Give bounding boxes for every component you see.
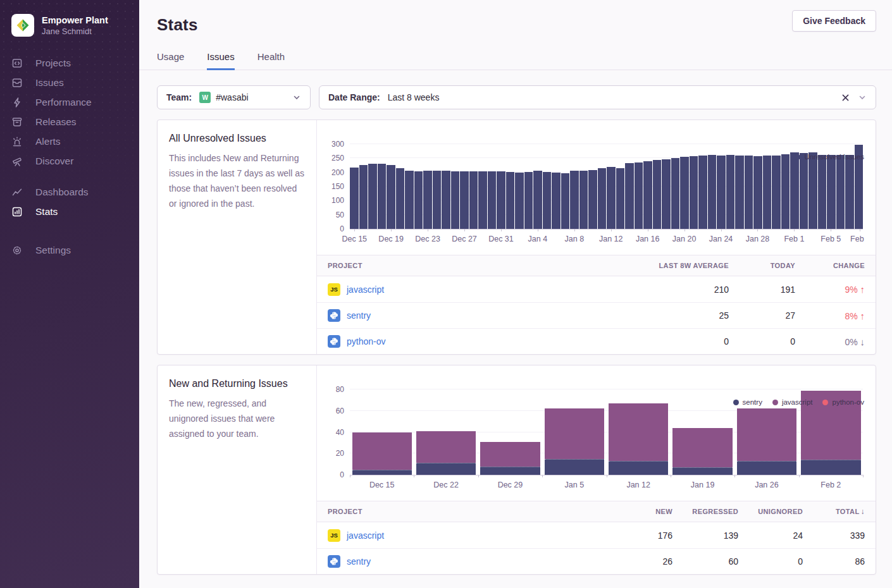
column-header-new: NEW (604, 508, 672, 515)
table-row: sentry25278% ↑ (317, 302, 876, 328)
bar (506, 172, 515, 229)
x-axis-tick (607, 475, 607, 477)
sidebar-item-settings[interactable]: Settings (0, 240, 139, 260)
project-link-python-ov[interactable]: python-ov (347, 336, 385, 346)
table-row: sentry2660086 (317, 548, 876, 574)
unresolved-issues-table: PROJECTLAST 8W AVERAGETODAYCHANGEJSjavas… (317, 255, 876, 354)
y-axis-label: 60 (323, 407, 344, 415)
legend-dot-icon (795, 154, 800, 160)
bar (625, 163, 634, 229)
sidebar-item-performance[interactable]: Performance (0, 92, 139, 112)
x-axis-tick (799, 475, 800, 477)
sidebar-item-releases[interactable]: Releases (0, 112, 139, 132)
javascript-platform-icon: JS (328, 283, 340, 296)
bar-segment-javascript (480, 442, 540, 467)
tab-usage[interactable]: Usage (157, 51, 184, 70)
bar (717, 156, 726, 229)
panel-description: This includes New and Returning issues i… (169, 150, 305, 211)
legend-item-unresolved-issues[interactable]: Unresolved Issues (795, 153, 864, 161)
arrow-up-icon: ↑ (860, 310, 865, 321)
x-axis-tick (671, 475, 671, 477)
sidebar-nav-footer: Settings (0, 240, 139, 260)
project-link-sentry[interactable]: sentry (347, 310, 371, 321)
x-axis-label: Dec 15 (342, 235, 367, 243)
sidebar-item-label: Discover (35, 156, 73, 167)
project-link-javascript[interactable]: javascript (347, 530, 384, 541)
value-cell: 176 (604, 530, 672, 541)
y-axis-label: 80 (323, 385, 344, 394)
project-link-javascript[interactable]: javascript (347, 285, 384, 295)
sidebar-item-dashboards[interactable]: Dashboards (0, 182, 139, 202)
legend-item-sentry[interactable]: sentry (733, 398, 762, 406)
bar (845, 155, 854, 229)
x-axis-tick (734, 475, 735, 477)
value-cell: 60 (672, 556, 738, 567)
bar (588, 170, 597, 229)
settings-icon (11, 245, 23, 256)
sidebar-item-stats[interactable]: Stats (0, 202, 139, 221)
bar (350, 168, 359, 229)
bar (690, 156, 698, 229)
bar (433, 171, 442, 229)
bar (598, 168, 607, 229)
bar (726, 155, 735, 229)
bar (662, 159, 671, 229)
sidebar-item-alerts[interactable]: Alerts (0, 132, 139, 151)
bar (533, 171, 542, 229)
bar (396, 168, 405, 229)
x-axis-label: Jan 5 (542, 475, 606, 493)
panel-new-returning-issues: New and Returning Issues The new, regres… (157, 365, 876, 575)
value-cell: 0 (738, 556, 803, 567)
bar (671, 158, 680, 229)
project-cell: JSjavascript (328, 283, 602, 296)
bar-group (542, 389, 606, 475)
x-axis-label: Dec 29 (478, 475, 542, 493)
python-platform-icon (328, 335, 340, 348)
bar (423, 171, 432, 229)
bar (405, 171, 414, 229)
give-feedback-button[interactable]: Give Feedback (792, 10, 876, 32)
column-header-total[interactable]: TOTAL↓ (803, 507, 865, 516)
tab-health[interactable]: Health (257, 51, 285, 70)
sidebar-item-issues[interactable]: Issues (0, 73, 139, 92)
org-switcher[interactable]: Empower Plant Jane Schmidt (0, 0, 139, 37)
bar (488, 171, 497, 229)
bar (524, 172, 533, 229)
y-axis-label: 250 (323, 154, 344, 162)
table-row: JSjavascript2101919% ↑ (317, 276, 876, 302)
date-range-value: Last 8 weeks (388, 92, 440, 102)
sidebar-item-label: Releases (35, 116, 77, 128)
bar-segment-javascript (545, 408, 604, 458)
unresolved-issues-chart: Unresolved Issues 050100150200250300 Dec… (317, 144, 876, 247)
team-selector[interactable]: Team: W #wasabi (157, 85, 311, 109)
sort-desc-icon: ↓ (861, 507, 865, 516)
bar (478, 171, 487, 229)
bar-segment-sentry (609, 461, 668, 475)
bar (378, 164, 387, 229)
change-cell: 9% ↑ (795, 284, 865, 295)
x-axis-tick (350, 475, 350, 477)
chart-legend: sentryjavascriptpython-ov (733, 398, 864, 406)
tab-issues[interactable]: Issues (207, 51, 234, 70)
sidebar-item-discover[interactable]: Discover (0, 151, 139, 171)
sidebar-item-projects[interactable]: Projects (0, 53, 139, 73)
bar-segment-javascript (737, 408, 796, 461)
project-cell: JSjavascript (328, 529, 604, 542)
legend-item-python-ov[interactable]: python-ov (822, 398, 864, 406)
unresolved-chart-plot: 050100150200250300 (350, 144, 863, 230)
x-axis-tick (478, 475, 479, 477)
legend-dot-icon (822, 400, 828, 405)
value-cell: 86 (803, 556, 865, 567)
value-cell: 27 (729, 310, 795, 321)
legend-item-javascript[interactable]: javascript (772, 398, 813, 406)
bar (607, 167, 616, 229)
clear-date-icon[interactable] (841, 93, 850, 102)
x-axis-label: Jan 4 (528, 235, 548, 243)
column-header-today: TODAY (729, 262, 795, 269)
project-link-sentry[interactable]: sentry (347, 556, 371, 567)
python-platform-icon (328, 309, 340, 322)
bar-segment-sentry (672, 467, 732, 475)
x-axis-label: Dec 23 (415, 235, 440, 243)
x-axis-label: Jan 20 (672, 235, 697, 243)
date-range-selector[interactable]: Date Range: Last 8 weeks (319, 85, 876, 109)
